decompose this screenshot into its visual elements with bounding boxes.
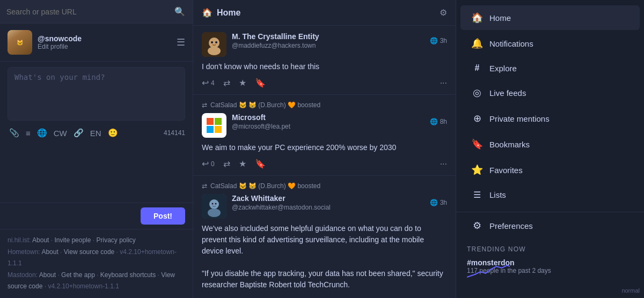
mastodon-version: v4.2.10+hometown-1.1.1 (48, 282, 119, 290)
lists-icon: ☰ (471, 190, 483, 200)
compose-toolbar: 📎 ≡ 🌐 CW 🔗 EN 🙂 414141 (8, 126, 185, 139)
search-bar: 🔍 (0, 0, 193, 24)
post-actions: ↩ 0 ⇄ ★ 🔖 ··· (202, 159, 447, 169)
favorites-icon: ⭐ (471, 164, 483, 176)
get-app-link[interactable]: Get the app (61, 271, 95, 279)
footer-mastodon: Mastodon: About · Get the app · Keyboard… (8, 270, 185, 293)
explore-icon: # (471, 63, 483, 73)
post-header: Microsoft @microsoft@lea.pet 🌐 8h (202, 113, 447, 138)
keyboard-shortcuts-link[interactable]: Keyboard shortcuts (100, 271, 156, 279)
link-button[interactable]: 🔗 (72, 126, 85, 139)
profile-handle: @snowcode (38, 34, 82, 43)
post-time: 🌐 3h (430, 37, 447, 44)
svg-point-9 (215, 203, 217, 205)
boost-button[interactable]: ⇄ (223, 78, 230, 88)
preferences-icon: ⚙ (471, 220, 483, 232)
profile-left: 🐱 @snowcode Edit profile (8, 30, 82, 55)
emoji-button[interactable]: 🙂 (106, 126, 120, 139)
post-content: I don't know who needs to hear this (202, 61, 447, 72)
search-button[interactable]: 🔍 (173, 5, 186, 18)
feed-scroll[interactable]: M. The Crystalline Entity @maddiefuzz@ha… (193, 26, 456, 298)
attach-button[interactable]: 📎 (8, 126, 21, 139)
bookmark-button[interactable]: 🔖 (255, 159, 266, 169)
feed-settings-button[interactable]: ⚙ (440, 8, 447, 18)
avatar[interactable]: 🐱 (8, 30, 32, 55)
nav-item-notifications[interactable]: 🔔 Notifications (460, 31, 640, 56)
more-options-button[interactable]: ··· (440, 78, 447, 88)
footer-nihilist: ni.hil.ist: About · Invite people · Priv… (8, 235, 185, 247)
post-card: ⇄ CatSalad 🐱 😸 (D.Burch) 🧡 boosted (193, 176, 456, 298)
more-options-button[interactable]: ··· (440, 159, 447, 169)
post-author-group: Zack Whittaker @zackwhittaker@mastodon.s… (232, 194, 331, 211)
home-icon: 🏠 (471, 12, 483, 24)
post-content: We've also included some helpful guidanc… (202, 223, 447, 298)
cw-button[interactable]: CW (52, 127, 69, 139)
lang-selector[interactable]: EN (89, 127, 103, 139)
post-avatar[interactable] (202, 32, 226, 57)
nav-item-live-feeds[interactable]: ◎ Live feeds (460, 80, 640, 105)
nihilist-about-link[interactable]: About (32, 236, 49, 244)
reply-button[interactable]: ↩ 0 (202, 159, 215, 169)
ms-logo-blue (207, 126, 214, 133)
nav-item-home[interactable]: 🏠 Home (460, 5, 640, 30)
privacy-policy-link[interactable]: Privacy policy (96, 236, 135, 244)
favorite-button[interactable]: ★ (239, 78, 246, 88)
post-avatar[interactable] (202, 194, 226, 219)
post-avatar[interactable] (202, 113, 226, 138)
feed-title: 🏠 Home (202, 8, 240, 18)
hometown-label: Hometown (8, 248, 38, 256)
nav-item-favorites[interactable]: ⭐ Favorites (460, 158, 640, 182)
nav-item-explore[interactable]: # Explore (460, 57, 640, 79)
footer-hometown: Hometown: About · View source code · v4.… (8, 247, 185, 270)
bookmarks-icon: 🔖 (471, 138, 483, 150)
hometown-source-link[interactable]: View source code (64, 248, 115, 256)
boost-button[interactable]: ⇄ (223, 159, 230, 169)
bookmark-button[interactable]: 🔖 (255, 78, 266, 88)
nav-lists-label: Lists (489, 190, 506, 199)
nav-item-preferences[interactable]: ⚙ Preferences (460, 213, 640, 238)
post-button[interactable]: Post! (141, 207, 185, 225)
feed-title-text: Home (217, 8, 240, 18)
nav-favorites-label: Favorites (489, 166, 523, 175)
svg-point-3 (211, 41, 213, 43)
trending-chart (467, 264, 633, 281)
post-author-line: Microsoft @microsoft@lea.pet 🌐 8h (232, 113, 447, 130)
nav-notifications-label: Notifications (489, 39, 533, 48)
reply-count: 0 (211, 160, 215, 168)
post-btn-row: Post! (0, 203, 193, 229)
normal-label: normal (621, 287, 640, 294)
search-input[interactable] (6, 8, 169, 16)
favorite-button[interactable]: ★ (239, 159, 246, 169)
nav-item-bookmarks[interactable]: 🔖 Bookmarks (460, 132, 640, 157)
compose-input[interactable] (8, 67, 185, 121)
post-time: 🌐 3h (430, 199, 447, 206)
globe-button[interactable]: 🌐 (35, 126, 49, 139)
post-meta: Zack Whittaker @zackwhittaker@mastodon.s… (232, 194, 447, 211)
profile-info: @snowcode Edit profile (38, 34, 82, 50)
reply-button[interactable]: ↩ 4 (202, 78, 215, 88)
home-icon: 🏠 (202, 8, 213, 18)
post-meta: M. The Crystalline Entity @maddiefuzz@ha… (232, 32, 447, 49)
edit-profile-link[interactable]: Edit profile (38, 43, 82, 50)
nav-item-lists[interactable]: ☰ Lists (460, 183, 640, 206)
microsoft-logo (207, 118, 222, 133)
svg-point-4 (215, 41, 217, 43)
post-author-name: Microsoft (232, 113, 266, 122)
boost-icon: ⇄ (202, 101, 207, 109)
nav-item-private-mentions[interactable]: ⊕ Private mentions (460, 106, 640, 131)
nihilist-domain: ni.hil.ist (8, 236, 29, 244)
ms-logo-green (215, 118, 222, 125)
ms-logo-yellow (215, 126, 222, 133)
feed-header: 🏠 Home ⚙ (193, 0, 456, 26)
nav-bookmarks-label: Bookmarks (489, 140, 530, 149)
mastodon-about-link[interactable]: About (39, 271, 56, 279)
menu-button[interactable]: ☰ (177, 36, 185, 48)
post-actions: ↩ 4 ⇄ ★ 🔖 ··· (202, 78, 447, 88)
hometown-about-link[interactable]: About (41, 248, 58, 256)
nav-private-mentions-label: Private mentions (489, 114, 550, 123)
right-sidebar: 🏠 Home 🔔 Notifications # Explore ◎ Live … (456, 0, 644, 298)
boost-line: ⇄ CatSalad 🐱 😸 (D.Burch) 🧡 boosted (202, 101, 447, 109)
list-button[interactable]: ≡ (24, 127, 32, 139)
boost-text: CatSalad 🐱 😸 (D.Burch) 🧡 boosted (210, 182, 320, 190)
invite-people-link[interactable]: Invite people (54, 236, 91, 244)
